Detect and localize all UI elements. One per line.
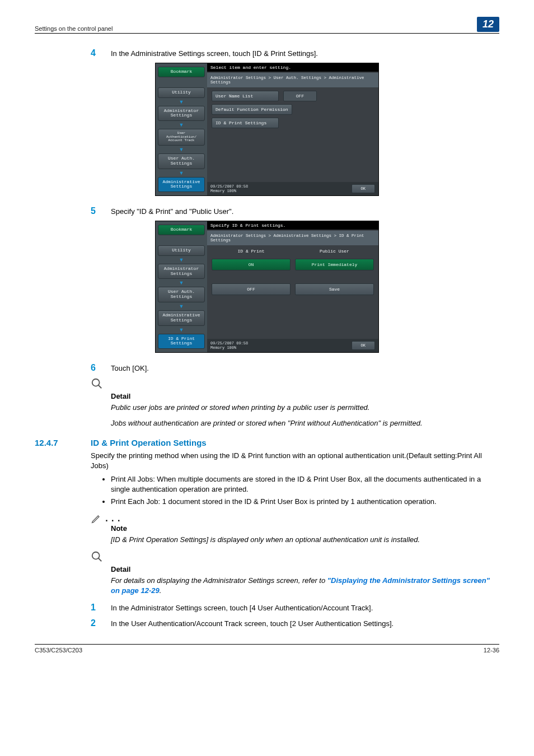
chevron-down-icon: ▼ <box>158 280 205 286</box>
step-1: 1 In the Administrator Settings screen, … <box>91 603 499 613</box>
panel-instruction: Specify ID & Print settings. <box>207 221 378 230</box>
bookmark-button[interactable]: Bookmark <box>158 225 205 235</box>
chevron-down-icon: ▼ <box>158 257 205 263</box>
panel-breadcrumb: Administrator Settings > User Auth. Sett… <box>207 72 378 87</box>
panel-status: 09/25/2007 09:58 Memory 100% <box>210 184 248 193</box>
user-auth-settings-crumb[interactable]: User Auth. Settings <box>158 287 205 302</box>
magnifier-icon <box>91 550 499 565</box>
note-label: Note <box>91 524 499 533</box>
chevron-down-icon: ▼ <box>158 327 205 333</box>
page-header: Settings on the control panel 12 <box>35 17 499 34</box>
utility-crumb[interactable]: Utility <box>158 87 205 98</box>
administrative-settings-crumb[interactable]: Administrative Settings <box>158 310 205 326</box>
section-heading: 12.4.7 ID & Print Operation Settings <box>35 438 499 447</box>
svg-point-2 <box>92 552 100 559</box>
off-button[interactable]: OFF <box>212 283 291 295</box>
chevron-down-icon: ▼ <box>158 304 205 309</box>
on-button[interactable]: ON <box>212 259 291 270</box>
panel-sidebar: Bookmark Utility ▼ Administrator Setting… <box>156 221 207 352</box>
touchscreen-panel-1: Bookmark Utility ▼ Administrator Setting… <box>155 63 379 196</box>
section-number: 12.4.7 <box>35 438 91 447</box>
panel-breadcrumb: Administrator Settings > Administrative … <box>207 230 378 245</box>
step-number: 1 <box>91 603 111 613</box>
id-print-settings-active[interactable]: ID & Print Settings <box>158 334 205 349</box>
pencil-icon <box>91 511 499 524</box>
note-text: [ID & Print Operation Settings] is displ… <box>91 535 499 545</box>
step-number: 2 <box>91 618 111 628</box>
svg-line-1 <box>99 385 102 389</box>
detail-label: Detail <box>91 392 499 400</box>
detail-post: . <box>160 586 162 595</box>
ok-button[interactable]: OK <box>352 184 375 193</box>
chevron-down-icon: ▼ <box>158 122 205 128</box>
user-name-list-button[interactable]: User Name List <box>212 91 279 101</box>
step-number: 5 <box>91 206 111 216</box>
default-func-permission-button[interactable]: Default Function Permission <box>212 104 292 115</box>
step-number: 4 <box>91 48 111 58</box>
touchscreen-panel-2: Bookmark Utility ▼ Administrator Setting… <box>155 221 379 353</box>
col-header-idprint: ID & Print <box>212 249 291 256</box>
chevron-down-icon: ▼ <box>158 99 205 105</box>
admin-settings-crumb[interactable]: Administrator Settings <box>158 264 205 279</box>
footer-model: C353/C253/C203 <box>35 647 82 654</box>
print-immediately-button[interactable]: Print Immediately <box>295 259 374 270</box>
chevron-down-icon: ▼ <box>158 147 205 152</box>
step-4: 4 In the Administrative Settings screen,… <box>91 48 499 58</box>
administrative-settings-active[interactable]: Administrative Settings <box>158 177 205 193</box>
detail-text: Public user jobs are printed or stored w… <box>91 403 499 413</box>
bookmark-button[interactable]: Bookmark <box>158 67 205 77</box>
step-text: In the Administrative Settings screen, t… <box>111 48 318 58</box>
panel-datetime: 09/25/2007 09:58 <box>210 184 248 189</box>
step-number: 6 <box>91 363 111 373</box>
ok-button[interactable]: OK <box>352 341 375 350</box>
save-button[interactable]: Save <box>295 283 374 295</box>
chevron-down-icon: ▼ <box>158 170 205 176</box>
note-block: Note [ID & Print Operation Settings] is … <box>91 511 499 544</box>
svg-point-0 <box>92 379 100 386</box>
step-text: In the Administrator Settings screen, to… <box>111 603 373 613</box>
detail-text: Jobs without authentication are printed … <box>91 418 499 428</box>
detail-label: Detail <box>91 565 499 573</box>
section-para: Specify the printing method when using t… <box>91 451 499 471</box>
panel-sidebar: Bookmark Utility ▼ Administrator Setting… <box>156 63 207 195</box>
section-title: ID & Print Operation Settings <box>91 438 207 447</box>
panel-instruction: Select item and enter setting. <box>207 63 378 72</box>
detail-pre: For details on displaying the Administra… <box>111 576 327 585</box>
list-item: Print All Jobs: When multiple documents … <box>111 474 499 494</box>
magnifier-icon <box>91 377 499 392</box>
page-footer: C353/C253/C203 12-36 <box>35 644 499 654</box>
id-print-settings-button[interactable]: ID & Print Settings <box>212 118 279 128</box>
user-auth-settings-crumb[interactable]: User Auth. Settings <box>158 153 205 169</box>
svg-line-3 <box>99 558 102 562</box>
step-text: Specify "ID & Print" and "Public User". <box>111 206 233 216</box>
list-item: Print Each Job: 1 document stored in the… <box>111 497 499 507</box>
footer-page: 12-36 <box>484 647 499 654</box>
panel-datetime: 09/25/2007 09:58 <box>210 341 248 346</box>
bullet-list: Print All Jobs: When multiple documents … <box>91 474 499 507</box>
user-name-list-value: OFF <box>283 91 317 101</box>
step-5: 5 Specify "ID & Print" and "Public User"… <box>91 206 499 216</box>
step-text: In the User Authentication/Account Track… <box>111 618 394 628</box>
panel-memory: Memory 100% <box>210 346 248 350</box>
panel-status: 09/25/2007 09:58 Memory 100% <box>210 341 248 350</box>
admin-settings-crumb[interactable]: Administrator Settings <box>158 106 205 122</box>
utility-crumb[interactable]: Utility <box>158 245 205 256</box>
col-header-publicuser: Public User <box>295 249 374 256</box>
detail-block: Detail Public user jobs are printed or s… <box>91 377 499 428</box>
detail-text: For details on displaying the Administra… <box>91 576 499 596</box>
header-section-title: Settings on the control panel <box>35 25 113 32</box>
step-text: Touch [OK]. <box>111 363 149 373</box>
step-6: 6 Touch [OK]. <box>91 363 499 373</box>
step-2: 2 In the User Authentication/Account Tra… <box>91 618 499 628</box>
user-auth-acct-crumb[interactable]: User Authentication/ Account Track <box>158 129 205 146</box>
panel-memory: Memory 100% <box>210 189 248 193</box>
detail-block: Detail For details on displaying the Adm… <box>91 550 499 596</box>
chapter-badge: 12 <box>477 17 499 32</box>
